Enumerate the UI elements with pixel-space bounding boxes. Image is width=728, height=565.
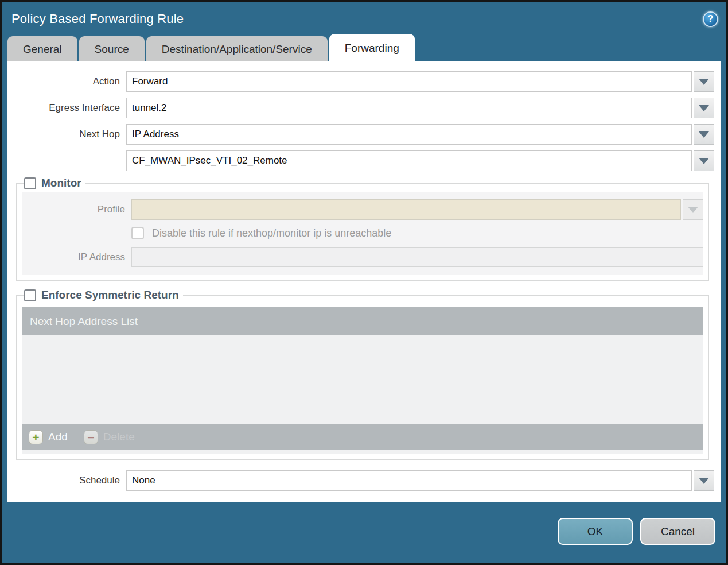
next-hop-address-list-header-label: Next Hop Address List xyxy=(30,315,138,328)
help-icon[interactable]: ? xyxy=(703,11,718,27)
tab-bar: General Source Destination/Application/S… xyxy=(2,34,726,61)
monitor-title: Monitor xyxy=(41,177,81,189)
next-hop-address-combo xyxy=(126,150,714,171)
egress-interface-input[interactable] xyxy=(126,98,692,118)
egress-interface-row: Egress Interface xyxy=(7,98,714,118)
schedule-dropdown-button[interactable] xyxy=(694,470,714,491)
next-hop-address-list-header: Next Hop Address List xyxy=(22,307,703,335)
monitor-ip-address-row: IP Address xyxy=(22,247,703,267)
egress-interface-dropdown-button[interactable] xyxy=(694,98,714,118)
chevron-down-icon xyxy=(699,79,709,85)
chevron-down-icon xyxy=(699,478,709,484)
enforce-symmetric-return-title: Enforce Symmetric Return xyxy=(41,289,179,301)
cancel-button[interactable]: Cancel xyxy=(640,518,715,545)
chevron-down-icon xyxy=(688,207,698,213)
add-button-label: Add xyxy=(48,431,68,443)
table-bottom-strip xyxy=(22,450,703,454)
next-hop-address-list-body[interactable] xyxy=(22,335,703,424)
enforce-symmetric-return-checkbox[interactable] xyxy=(24,289,36,301)
next-hop-address-input[interactable] xyxy=(126,150,692,171)
monitor-ip-address-input xyxy=(131,247,703,267)
profile-dropdown-button xyxy=(683,199,703,220)
next-hop-row: Next Hop xyxy=(7,124,714,145)
next-hop-address-dropdown-button[interactable] xyxy=(694,150,714,171)
dialog-actions: OK Cancel xyxy=(2,502,726,563)
enforce-symmetric-return-legend: Enforce Symmetric Return xyxy=(24,289,183,301)
tab-source[interactable]: Source xyxy=(79,36,145,61)
tab-general[interactable]: General xyxy=(7,36,77,61)
delete-minus-icon: − xyxy=(84,430,98,444)
schedule-row: Schedule xyxy=(7,470,714,491)
next-hop-address-row xyxy=(7,150,714,171)
add-plus-icon: + xyxy=(29,430,43,444)
enforce-symmetric-return-group: Enforce Symmetric Return Next Hop Addres… xyxy=(16,289,709,460)
next-hop-type-combo xyxy=(126,124,714,145)
next-hop-type-input[interactable] xyxy=(126,124,692,145)
chevron-down-icon xyxy=(699,158,709,164)
profile-row: Profile xyxy=(22,199,703,220)
dialog-title: Policy Based Forwarding Rule xyxy=(11,11,184,26)
disable-rule-checkbox xyxy=(131,227,144,239)
action-row: Action xyxy=(7,71,714,92)
action-input[interactable] xyxy=(126,71,692,92)
action-dropdown-button[interactable] xyxy=(694,71,714,92)
dialog-titlebar: Policy Based Forwarding Rule ? xyxy=(2,2,726,34)
next-hop-label: Next Hop xyxy=(7,129,126,140)
forwarding-tab-panel: Action Egress Interface Next Hop xyxy=(7,61,721,502)
chevron-down-icon xyxy=(699,105,709,111)
action-combo xyxy=(126,71,714,92)
next-hop-address-list-toolbar: + Add − Delete xyxy=(22,424,703,450)
disable-rule-row: Disable this rule if nexthop/monitor ip … xyxy=(131,227,703,239)
tab-destination-application-service[interactable]: Destination/Application/Service xyxy=(146,36,328,61)
add-button[interactable]: + Add xyxy=(29,430,68,444)
profile-input xyxy=(131,199,681,220)
chevron-down-icon xyxy=(699,131,709,138)
schedule-input[interactable] xyxy=(126,470,692,491)
profile-label: Profile xyxy=(22,204,131,215)
egress-interface-combo xyxy=(126,98,714,118)
monitor-group: Monitor Profile Disable this rule if ne xyxy=(16,177,709,281)
ok-button[interactable]: OK xyxy=(558,518,633,545)
monitor-legend: Monitor xyxy=(24,177,85,189)
policy-based-forwarding-dialog: Policy Based Forwarding Rule ? General S… xyxy=(0,0,728,565)
schedule-combo xyxy=(126,470,714,491)
schedule-label: Schedule xyxy=(7,475,126,486)
tab-forwarding[interactable]: Forwarding xyxy=(329,34,415,61)
action-label: Action xyxy=(7,76,126,87)
disable-rule-label: Disable this rule if nexthop/monitor ip … xyxy=(152,227,391,239)
next-hop-type-dropdown-button[interactable] xyxy=(694,124,714,145)
delete-button: − Delete xyxy=(84,430,135,444)
monitor-checkbox[interactable] xyxy=(24,177,36,189)
monitor-ip-address-label: IP Address xyxy=(22,251,131,263)
profile-combo xyxy=(131,199,703,220)
delete-button-label: Delete xyxy=(103,431,135,443)
egress-interface-label: Egress Interface xyxy=(7,102,126,114)
next-hop-address-list-table: Next Hop Address List + Add − Delete xyxy=(22,307,703,454)
monitor-subpanel: Profile Disable this rule if nexthop/mon… xyxy=(22,192,703,275)
